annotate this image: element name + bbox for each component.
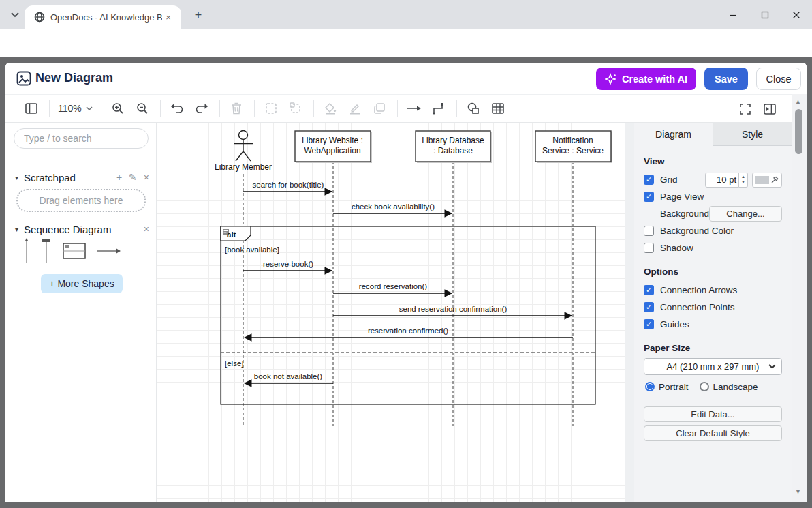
zoom-in-button[interactable] <box>108 99 127 118</box>
grid-checkbox[interactable]: ✓ <box>644 175 654 185</box>
scrollbar-thumb[interactable] <box>795 109 802 154</box>
close-button[interactable]: Close <box>756 68 801 90</box>
background-change-button[interactable]: Change... <box>709 206 782 222</box>
more-shapes-button[interactable]: + More Shapes <box>41 274 123 293</box>
lifeline-box-notification[interactable]: Notification Service : Service <box>535 131 612 163</box>
toggle-right-panel-button[interactable] <box>760 100 779 119</box>
actor-label: Library Member <box>215 162 272 172</box>
svg-text:reserve book(): reserve book() <box>263 260 313 268</box>
trash-icon <box>231 102 242 115</box>
zoom-out-button[interactable] <box>133 99 152 118</box>
guides-row: ✓ Guides <box>644 316 782 333</box>
scratchpad-dropzone[interactable]: Drag elements here <box>16 189 146 212</box>
message-search-for-book[interactable]: search for book(title) <box>243 181 332 192</box>
straight-connector-button[interactable] <box>405 99 424 118</box>
scratchpad-close-button[interactable]: × <box>144 172 149 183</box>
message-reserve-book[interactable]: reserve book() <box>243 260 332 271</box>
grid-color-picker[interactable] <box>752 173 782 188</box>
sequence-diagram-title: Sequence Diagram <box>24 224 111 235</box>
landscape-radio[interactable]: Landscape <box>700 382 758 392</box>
clear-default-style-button[interactable]: Clear Default Style <box>644 425 782 441</box>
elbow-connector-button[interactable] <box>429 99 448 118</box>
fragment-shape[interactable] <box>63 242 86 260</box>
delete-button <box>227 99 246 118</box>
message-book-not-available[interactable]: book not available() <box>245 372 333 383</box>
eyedropper-icon <box>771 176 779 183</box>
sparkle-icon <box>605 73 617 85</box>
scratchpad-header[interactable]: ▾ Scratchpad + ✎ × <box>15 170 149 184</box>
redo-button[interactable] <box>192 99 211 118</box>
zoom-level-dropdown[interactable]: 110% <box>58 103 93 114</box>
shapes-button[interactable] <box>464 99 483 118</box>
svg-text:send reservation confirmation(: send reservation confirmation() <box>399 305 507 313</box>
panel-left-icon <box>25 103 37 114</box>
create-with-ai-button[interactable]: Create with AI <box>596 68 696 90</box>
options-heading: Options <box>644 267 782 277</box>
portrait-radio[interactable]: Portrait <box>645 382 689 392</box>
scratchpad-add-button[interactable]: + <box>116 172 122 183</box>
sequence-diagram-header[interactable]: ▾ Sequence Diagram × <box>15 222 149 236</box>
tab-search-button[interactable] <box>7 8 23 23</box>
view-heading: View <box>644 156 782 166</box>
vertical-scrollbar[interactable]: ▲ ▼ <box>792 94 807 502</box>
lifeline-head-shape[interactable] <box>41 238 52 264</box>
connection-points-label: Connection Points <box>660 302 735 312</box>
toggle-left-panel-button[interactable] <box>22 99 41 118</box>
style-copy-icon <box>373 102 386 115</box>
scroll-up-arrow[interactable]: ▲ <box>795 98 801 105</box>
page-view-checkbox[interactable]: ✓ <box>644 192 654 202</box>
undo-icon <box>170 103 184 114</box>
connection-arrows-label: Connection Arrows <box>660 285 737 295</box>
grid-label: Grid <box>660 175 705 185</box>
guides-label: Guides <box>660 319 689 329</box>
grid-row: ✓ Grid 10 pt ▲▼ <box>644 171 782 188</box>
guides-checkbox[interactable]: ✓ <box>644 319 654 329</box>
sequence-diagram-close-button[interactable]: × <box>144 224 149 235</box>
tab-diagram[interactable]: Diagram <box>634 123 713 146</box>
search-input[interactable] <box>14 128 149 149</box>
lifeline-shape[interactable] <box>23 238 30 264</box>
window-maximize-button[interactable] <box>755 7 775 23</box>
shadow-row: Shadow <box>644 239 782 256</box>
scroll-down-arrow[interactable]: ▼ <box>795 488 801 495</box>
paper-size-select[interactable]: A4 (210 mm x 297 mm) <box>644 358 782 375</box>
message-send-confirmation[interactable]: send reservation confirmation() <box>333 305 572 316</box>
grid-size-stepper[interactable]: ▲▼ <box>739 173 748 188</box>
scratchpad-edit-button[interactable]: ✎ <box>129 172 137 183</box>
paper-size-heading: Paper Size <box>644 343 782 353</box>
message-record-reservation[interactable]: record reservation() <box>333 282 452 293</box>
message-check-availability[interactable]: check book availability() <box>333 203 452 213</box>
message-arrow-shape[interactable] <box>97 248 121 254</box>
save-button[interactable]: Save <box>704 68 748 90</box>
edit-data-button[interactable]: Edit Data... <box>644 406 782 422</box>
line-color-button <box>345 99 364 118</box>
diagram-canvas[interactable]: Library Member Library Website : WebAppl… <box>157 123 634 502</box>
tab-close-button[interactable]: × <box>162 11 174 23</box>
lifeline-box-database[interactable]: Library Database : Database <box>416 131 492 163</box>
svg-text:book not available(): book not available() <box>254 372 323 380</box>
actor-library-member[interactable]: Library Member <box>215 131 272 173</box>
new-tab-button[interactable]: + <box>191 8 206 23</box>
browser-tab[interactable]: OpenDocs - AI Knowledge Base × <box>25 5 181 29</box>
shadow-label: Shadow <box>660 243 693 253</box>
window-close-button[interactable] <box>786 7 807 23</box>
connection-arrows-checkbox[interactable]: ✓ <box>644 285 654 295</box>
fullscreen-button[interactable] <box>736 100 755 119</box>
editor-header: New Diagram Create with AI Save Close <box>5 63 807 94</box>
message-reservation-confirmed[interactable]: reservation confirmed() <box>245 327 573 338</box>
lifeline-box-website[interactable]: Library Website : WebApplication <box>295 131 372 163</box>
shapes-sidebar: ▾ Scratchpad + ✎ × Drag elements here ▾ … <box>5 123 157 502</box>
chevron-down-icon: ▾ <box>15 174 18 181</box>
shadow-checkbox[interactable] <box>644 243 654 253</box>
window-minimize-button[interactable] <box>723 7 743 23</box>
background-color-checkbox[interactable] <box>644 226 654 236</box>
copy-marquee-icon <box>265 102 277 115</box>
table-icon <box>492 103 504 114</box>
table-button[interactable] <box>488 99 507 118</box>
page-view-label: Page View <box>660 192 704 202</box>
tab-style[interactable]: Style <box>713 123 792 146</box>
svg-text:Library Website :: Library Website : <box>302 136 363 145</box>
connection-points-checkbox[interactable]: ✓ <box>644 302 654 312</box>
undo-button[interactable] <box>168 99 187 118</box>
grid-size-input[interactable]: 10 pt <box>705 173 739 188</box>
